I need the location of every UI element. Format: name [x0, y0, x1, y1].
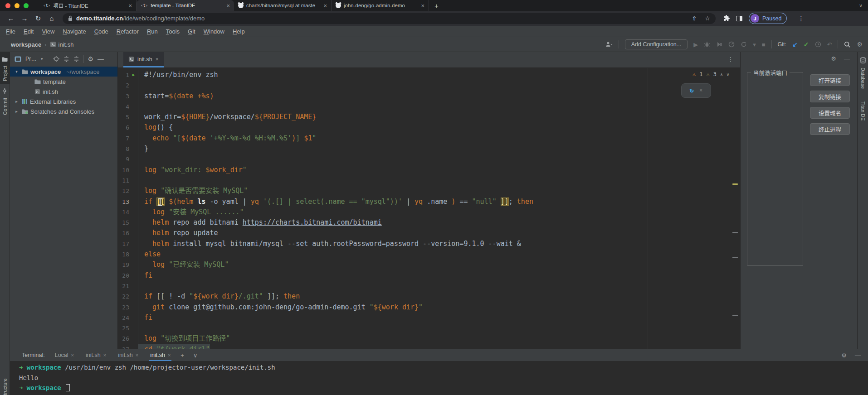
forward-icon[interactable]: → — [18, 14, 31, 22]
inspections-widget[interactable]: ⚠1 ⚠3 ∧ ∨ — [692, 69, 729, 80]
code-text[interactable]: log "work_dir: $work_dir" — [138, 165, 247, 175]
profiler-icon[interactable] — [728, 41, 735, 48]
project-options-gear-icon[interactable]: ⚙ — [88, 55, 94, 63]
tree-chevron-icon[interactable]: ▾ — [14, 69, 20, 74]
terminal-output[interactable]: ➜ workspace /usr/bin/env zsh /home/proje… — [10, 361, 868, 395]
hide-panel-icon[interactable]: — — [98, 55, 104, 63]
menu-view[interactable]: View — [38, 28, 59, 35]
code-text[interactable]: log() { — [138, 122, 173, 133]
tree-item-workspace[interactable]: ▾workspace~/workspace — [10, 67, 117, 77]
tree-item-init-sh[interactable]: init.sh — [10, 87, 117, 96]
next-problem-icon[interactable]: ∨ — [727, 69, 729, 80]
code-text[interactable] — [138, 101, 144, 112]
editor-tab-init-sh[interactable]: init.sh × — [123, 52, 164, 67]
bookmark-star-icon[interactable]: ☆ — [705, 15, 710, 22]
code-text[interactable] — [138, 323, 144, 333]
collapse-all-icon[interactable] — [73, 56, 79, 62]
scrollbar-mark[interactable] — [732, 232, 738, 233]
tab-close-icon[interactable]: × — [226, 2, 230, 9]
editor-options-kebab-icon[interactable]: ⋮ — [727, 56, 734, 63]
code-text[interactable] — [138, 175, 144, 186]
close-icon[interactable]: × — [71, 352, 74, 358]
tab-close-icon[interactable]: × — [128, 2, 132, 9]
code-text[interactable]: work_dir=${HOME}/workspace/${PROJECT_NAM… — [138, 112, 316, 122]
menu-navigate[interactable]: Navigate — [59, 28, 90, 35]
code-text[interactable]: log "切换到项目工作路径" — [138, 333, 230, 344]
tree-chevron-icon[interactable]: ▸ — [14, 109, 20, 114]
gutter[interactable]: 6 — [118, 122, 138, 133]
run-script-icon[interactable]: ▶ — [131, 70, 137, 80]
run-coverage-icon[interactable] — [716, 41, 722, 48]
menu-run[interactable]: Run — [143, 28, 162, 35]
menu-window[interactable]: Window — [200, 28, 229, 35]
code-text[interactable]: cd "${work_dir}" — [138, 344, 210, 349]
stop-icon[interactable]: ■ — [762, 41, 766, 48]
terminal-tab-local[interactable]: Local× — [54, 349, 75, 361]
close-icon[interactable]: × — [103, 352, 106, 358]
tab-search-chevron-icon[interactable]: ∨ — [859, 3, 863, 9]
code-text[interactable] — [138, 80, 144, 91]
code-text[interactable]: if [[ $(helm ls -o yaml | yq '(.[] | sel… — [138, 197, 533, 207]
scrollbar-mark[interactable] — [732, 315, 738, 316]
gutter[interactable]: 16 — [118, 228, 138, 238]
code-text[interactable]: helm repo add bitnami https://charts.bit… — [138, 217, 382, 228]
gutter[interactable]: 7 — [118, 133, 138, 144]
project-view-chevron-icon[interactable]: ▾ — [41, 57, 43, 61]
gutter[interactable]: 9 — [118, 154, 138, 164]
gutter[interactable]: 17 — [118, 239, 138, 249]
terminal-settings-gear-icon[interactable]: ⚙ — [841, 352, 847, 359]
code-text[interactable]: git clone git@github.com:john-deng/go-ad… — [138, 302, 423, 313]
tree-item-template[interactable]: template — [10, 77, 117, 87]
gutter[interactable]: 22 — [118, 291, 138, 302]
stripe-tab-project[interactable]: Project — [0, 52, 10, 84]
side-panel-icon[interactable] — [736, 16, 742, 21]
tab-close-icon[interactable]: × — [421, 2, 424, 9]
code-text[interactable]: echo "[$(date '+%Y-%m-%d %H:%M.%S')] $1" — [138, 133, 316, 144]
tab-close-icon[interactable]: × — [323, 2, 327, 9]
browser-menu-kebab-icon[interactable]: ⋮ — [798, 15, 804, 22]
gutter[interactable]: 26 — [118, 333, 138, 344]
code-text[interactable]: log "安装 MySQL ......" — [138, 207, 244, 217]
browser-tab-template-titanide[interactable]: ‹t›template - TitanIDE× — [137, 0, 234, 11]
tree-chevron-icon[interactable]: ▸ — [14, 99, 20, 104]
gutter[interactable]: 23 — [118, 302, 138, 313]
code-text[interactable]: fi — [138, 270, 152, 281]
button--[interactable]: 打开链接 — [810, 74, 850, 86]
share-icon[interactable]: ⇧ — [692, 15, 697, 22]
gutter[interactable]: 12 — [118, 186, 138, 196]
terminal-tab-init-sh[interactable]: init.sh× — [85, 349, 107, 361]
menu-code[interactable]: Code — [90, 28, 112, 35]
gutter[interactable]: 19 — [118, 260, 138, 270]
button--[interactable]: 复制链接 — [810, 91, 850, 102]
run-icon[interactable]: ▶ — [693, 41, 698, 48]
window-minimize-icon[interactable] — [15, 3, 20, 8]
code-text[interactable]: if [[ ! -d "${work_dir}/.git" ]]; then — [138, 291, 300, 302]
project-view-icon[interactable] — [15, 56, 21, 62]
settings-gear-icon[interactable]: ⚙ — [857, 41, 863, 48]
code-text[interactable]: helm install mysql bitnami/mysql --set a… — [138, 239, 521, 249]
tab-close-icon[interactable]: × — [156, 56, 159, 63]
code-text[interactable]: start=$(date +%s) — [138, 91, 214, 101]
hide-terminal-icon[interactable]: — — [855, 352, 861, 359]
prev-problem-icon[interactable]: ∧ — [720, 69, 723, 80]
menu-tools[interactable]: Tools — [162, 28, 184, 35]
code-text[interactable]: helm repo update — [138, 228, 218, 238]
code-text[interactable]: fi — [138, 313, 152, 323]
git-update-icon[interactable]: ↙ — [792, 41, 798, 48]
browser-tab-charts-bitnami-mysql-at-maste[interactable]: charts/bitnami/mysql at maste× — [234, 0, 332, 11]
stripe-tab-commit[interactable]: Commit — [0, 84, 10, 118]
menu-refactor[interactable]: Refactor — [112, 28, 143, 35]
code-text[interactable]: log "确认是否需要安装 MySQL" — [138, 186, 248, 196]
debug-bug-icon[interactable] — [704, 41, 710, 48]
back-icon[interactable]: ← — [5, 14, 17, 22]
menu-help[interactable]: Help — [229, 28, 249, 35]
gutter[interactable]: 4 — [118, 101, 138, 112]
gutter[interactable]: 15 — [118, 217, 138, 228]
code-text[interactable] — [138, 154, 144, 164]
gutter[interactable]: 3 — [118, 91, 138, 101]
scrollbar-mark[interactable] — [732, 257, 738, 258]
window-zoom-icon[interactable] — [24, 3, 29, 8]
code-area[interactable]: 1▶#!/usr/bin/env zsh23start=$(date +%s)4… — [118, 68, 740, 349]
gutter[interactable]: 21 — [118, 281, 138, 291]
code-text[interactable]: else — [138, 249, 161, 260]
